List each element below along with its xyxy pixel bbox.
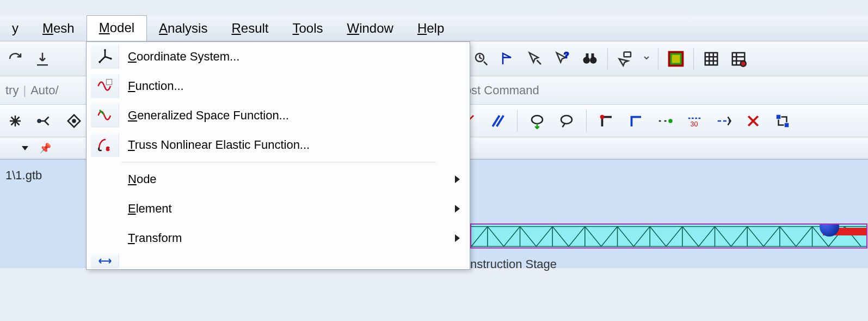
partial-icon [91,254,119,268]
svg-point-13 [532,116,543,124]
menu-partial-y[interactable]: y [0,17,30,39]
menu-generalized-space-function[interactable]: Generalized Space Function... [87,101,470,130]
svg-text:?: ? [564,51,569,59]
tab-try[interactable]: try [3,83,21,98]
svg-text:ε: ε [106,145,109,152]
svg-point-15 [600,114,605,119]
lasso-icon[interactable] [555,109,578,133]
diamond-node-icon[interactable] [62,109,86,133]
menu-transform[interactable]: Transform [87,223,470,253]
menu-window[interactable]: Window [335,17,405,39]
svg-point-3 [583,57,590,64]
menu-help[interactable]: Help [405,17,456,39]
intersect-icon[interactable] [3,109,27,133]
blank-icon-2 [91,197,119,221]
menu-model[interactable]: Model [87,15,147,41]
svg-rect-7 [624,52,631,57]
sep [517,110,518,132]
tag-cursor-icon[interactable] [613,47,637,71]
toolbar-separator-3 [693,48,694,70]
axes-icon [91,45,119,69]
menu-mesh[interactable]: Mesh [30,17,87,39]
model-menu-dropdown: Coordinate System... Function... General… [86,41,470,270]
binoculars-icon[interactable] [578,47,602,71]
construction-stage-label: nstruction Stage [470,257,867,271]
truss-graphic [470,223,867,249]
wave-red-icon [91,74,119,98]
wave-green-icon [91,104,119,128]
menu-tools[interactable]: Tools [281,17,335,39]
swap-nodes-icon[interactable] [771,109,795,133]
pin-icon[interactable]: 📌 [39,142,51,154]
svg-rect-18 [777,114,781,119]
submenu-arrow-icon-3 [455,234,460,242]
svg-point-16 [668,119,673,123]
submenu-arrow-icon-2 [455,205,460,213]
download-icon[interactable] [30,47,54,71]
blank-icon [91,167,119,191]
svg-point-14 [561,116,572,124]
dropdown-toggle-icon[interactable] [22,146,28,150]
viewport-area: nstruction Stage [470,223,867,321]
svg-point-10 [741,60,746,66]
cursor-move-icon[interactable] [524,47,547,71]
menubar: y Mesh Model Analysis Result Tools Windo… [0,15,868,41]
menu-partial-y-text: y [12,21,19,35]
menu-truss-nonlinear-elastic-function[interactable]: ε Truss Nonlinear Elastic Function... [87,130,470,160]
redo-icon[interactable] [3,47,27,71]
menu-result[interactable]: Result [219,17,280,39]
menu-more[interactable] [87,253,470,269]
menu-node[interactable]: Node [87,165,470,194]
dash-node-icon[interactable] [653,109,677,133]
grid-snap-icon[interactable] [727,47,750,71]
dash-blue-icon[interactable] [712,109,736,133]
toolbar-separator [607,48,608,70]
menu-coordinate-system[interactable]: Coordinate System... [87,42,470,71]
overflow-icon[interactable] [641,47,652,71]
svg-rect-9 [672,54,680,63]
blank-icon-3 [91,226,119,250]
svg-text:30: 30 [691,120,698,128]
tab-auto[interactable]: Auto/ [28,83,60,98]
cursor-help-icon[interactable]: ? [551,47,575,71]
color-window-icon[interactable] [664,47,688,71]
svg-rect-19 [785,123,789,127]
time-select-icon[interactable] [469,47,493,71]
menu-function[interactable]: Function... [87,71,470,101]
sep2 [586,110,587,132]
svg-point-4 [590,57,597,64]
svg-rect-5 [586,53,589,58]
menu-separator [121,162,436,162]
lasso-plus-icon[interactable] [525,109,549,133]
svg-point-12 [73,119,76,122]
dim-30-icon[interactable]: 30 [682,109,706,133]
menu-analysis[interactable]: Analysis [147,17,219,39]
x-red-icon[interactable] [741,109,765,133]
submenu-arrow-icon [455,175,460,183]
toolbar-separator-2 [658,48,658,70]
branch-icon[interactable] [33,109,57,133]
menu-element[interactable]: Element [87,194,470,223]
svg-rect-20 [106,80,112,85]
file-item[interactable]: 1\1.gtb [5,168,42,182]
svg-point-11 [38,119,41,122]
corner-blue-icon[interactable] [624,109,648,133]
svg-rect-6 [592,53,594,58]
grid-icon[interactable] [699,47,723,71]
flag-select-icon[interactable] [496,47,520,71]
corner-tl-icon[interactable] [594,109,618,133]
parallel-lines-icon[interactable] [485,109,509,133]
curve-eps-icon: ε [91,133,119,157]
